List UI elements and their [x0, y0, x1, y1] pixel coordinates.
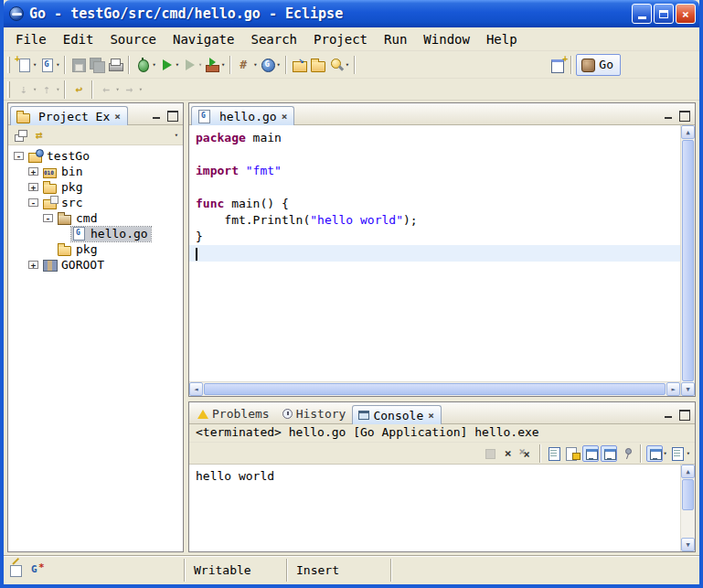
scroll-down-icon[interactable]: ▼	[681, 382, 695, 396]
scroll-up-icon[interactable]: ▲	[681, 465, 695, 478]
clear-console-button[interactable]	[545, 443, 563, 465]
go-perspective-button[interactable]: Go	[576, 54, 621, 76]
tab-hello-go[interactable]: hello.go ×	[191, 106, 294, 125]
remove-launch-button[interactable]: ×	[499, 443, 517, 465]
title-bar[interactable]: Go - testGo/src/cmd/hello.go - Eclipse ×	[4, 0, 699, 27]
dropdown-icon[interactable]: ▾	[277, 61, 281, 69]
tree-item-src[interactable]: - src	[8, 195, 183, 210]
console-output-text[interactable]: hello world	[189, 465, 680, 551]
pin-console-button[interactable]	[618, 443, 636, 465]
dropdown-icon[interactable]: ▾	[56, 61, 59, 69]
last-edit-location-button[interactable]: ↩	[69, 79, 88, 101]
dropdown-icon[interactable]: ▾	[152, 61, 155, 69]
menu-navigate[interactable]: Navigate	[165, 30, 242, 48]
external-tools-button[interactable]: ▾	[203, 54, 226, 76]
dropdown-icon[interactable]: ▾	[253, 61, 257, 69]
next-annotation-button[interactable]: ⇣▾	[15, 79, 37, 101]
scrollbar-thumb[interactable]	[682, 140, 694, 381]
minimize-view-icon[interactable]	[151, 110, 163, 121]
search-button[interactable]: ▾	[327, 54, 350, 76]
menu-window[interactable]: Window	[415, 30, 478, 48]
dropdown-icon[interactable]: ▾	[664, 450, 667, 457]
new-go-package-button[interactable]: ▾	[235, 54, 258, 76]
close-editor-icon[interactable]: ×	[281, 112, 289, 122]
code-line[interactable]: }	[189, 229, 680, 245]
tab-project-explorer[interactable]: Project Ex ×	[10, 106, 128, 125]
scrollbar-track[interactable]	[681, 511, 695, 538]
tree-toggle-icon[interactable]: +	[28, 183, 38, 191]
code-line[interactable]	[189, 179, 680, 196]
menu-run[interactable]: Run	[376, 30, 415, 48]
tree-toggle-icon[interactable]: -	[28, 198, 38, 207]
close-view-icon[interactable]: ×	[113, 112, 122, 122]
save-button[interactable]	[69, 54, 88, 76]
scrollbar-thumb[interactable]	[682, 479, 694, 510]
dropdown-icon[interactable]: ▾	[115, 86, 119, 93]
link-with-editor-button[interactable]: ⇄	[30, 124, 48, 146]
tree-item-goroot[interactable]: + GOROOT	[8, 257, 183, 273]
scroll-down-icon[interactable]: ▼	[681, 538, 695, 551]
tree-toggle-icon[interactable]: -	[43, 214, 53, 222]
dropdown-icon[interactable]: ▾	[687, 450, 690, 457]
editor-horizontal-scrollbar[interactable]: ◄ ►	[189, 381, 680, 396]
tree-item-cmd[interactable]: - cmd	[8, 210, 183, 226]
maximize-view-icon[interactable]	[166, 110, 178, 121]
code-line[interactable]: func main() {	[189, 196, 680, 212]
dropdown-icon[interactable]: ▾	[56, 86, 59, 93]
code-line[interactable]: import "fmt"	[189, 163, 680, 179]
tree-item-bin[interactable]: + bin	[8, 164, 183, 179]
maximize-button[interactable]	[654, 4, 674, 24]
menu-help[interactable]: Help	[478, 30, 526, 48]
back-button[interactable]: ←▾	[97, 79, 120, 101]
new-go-element-button[interactable]: ▾	[37, 54, 60, 76]
menu-edit[interactable]: Edit	[55, 30, 102, 48]
maximize-view-icon[interactable]	[678, 409, 690, 420]
scroll-left-icon[interactable]: ◄	[189, 382, 203, 396]
minimize-view-icon[interactable]	[663, 409, 675, 420]
tree-toggle-icon[interactable]: +	[28, 167, 38, 176]
code-line[interactable]: fmt.Println("hello world");	[189, 212, 680, 229]
tree-item-src-pkg[interactable]: pkg	[8, 241, 183, 257]
dropdown-icon[interactable]: ▾	[221, 61, 225, 69]
scroll-lock-button[interactable]	[563, 443, 581, 465]
dropdown-icon[interactable]: ▾	[33, 86, 37, 93]
dropdown-icon[interactable]: ▾	[33, 61, 37, 69]
collapse-all-button[interactable]	[12, 124, 30, 146]
open-console-button[interactable]: ▾	[668, 443, 691, 465]
menu-file[interactable]: File	[7, 30, 55, 48]
scroll-up-icon[interactable]: ▲	[681, 125, 695, 139]
view-menu-button[interactable]: ▾	[173, 124, 179, 146]
minimize-button[interactable]	[632, 4, 652, 24]
tree-toggle-icon[interactable]: -	[14, 152, 24, 160]
console-vertical-scrollbar[interactable]: ▲ ▼	[680, 465, 695, 551]
save-all-button[interactable]	[88, 54, 106, 76]
remove-all-launches-button[interactable]	[517, 443, 536, 465]
code-line[interactable]: package main	[189, 130, 680, 146]
editor-vertical-scrollbar[interactable]: ▲ ▼	[680, 125, 695, 396]
dropdown-icon[interactable]: ▾	[139, 86, 143, 93]
profile-button[interactable]: ▾	[180, 54, 203, 76]
tree-toggle-icon[interactable]: +	[28, 261, 38, 269]
fast-view-icon[interactable]	[8, 562, 25, 579]
show-stderr-button[interactable]	[600, 443, 618, 465]
minimize-editor-icon[interactable]	[663, 110, 675, 121]
terminate-button[interactable]	[481, 443, 499, 465]
menu-source[interactable]: Source	[101, 30, 165, 48]
import-button[interactable]	[291, 54, 309, 76]
go-status-icon[interactable]	[28, 562, 45, 579]
toolbar-grip[interactable]	[7, 57, 10, 73]
display-console-button[interactable]: ▾	[645, 443, 668, 465]
debug-button[interactable]: ▾	[133, 54, 156, 76]
run-button[interactable]: ▾	[157, 54, 180, 76]
menu-search[interactable]: Search	[242, 30, 305, 48]
code-line[interactable]	[189, 146, 680, 163]
print-button[interactable]	[106, 54, 124, 76]
maximize-editor-icon[interactable]	[678, 110, 690, 121]
close-button[interactable]: ×	[676, 4, 696, 24]
dropdown-icon[interactable]: ▾	[176, 61, 179, 69]
toolbar-grip[interactable]	[7, 81, 10, 98]
tree-item-hello-go[interactable]: hello.go	[8, 226, 183, 241]
forward-button[interactable]: →▾	[121, 79, 144, 101]
new-wizard-button[interactable]: ▾	[15, 54, 37, 76]
scrollbar-thumb[interactable]	[204, 383, 666, 395]
